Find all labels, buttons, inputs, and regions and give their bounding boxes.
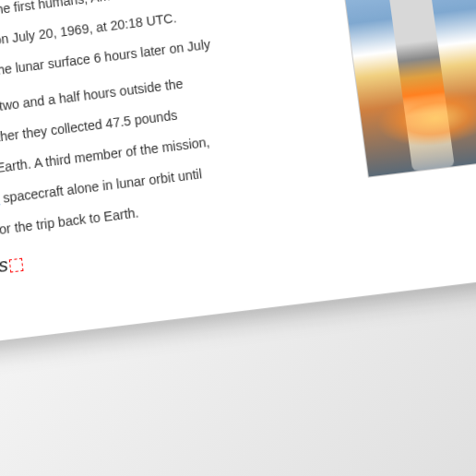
rocket-launch-image[interactable] <box>339 0 476 178</box>
editor-body[interactable]: spaceflight that landed the first humans… <box>0 0 476 356</box>
anchor-icon[interactable] <box>9 257 24 272</box>
text-content[interactable]: spaceflight that landed the first humans… <box>0 0 365 331</box>
rich-text-editor: ABC▾ Ω Источник 123 „ <box>0 0 476 357</box>
